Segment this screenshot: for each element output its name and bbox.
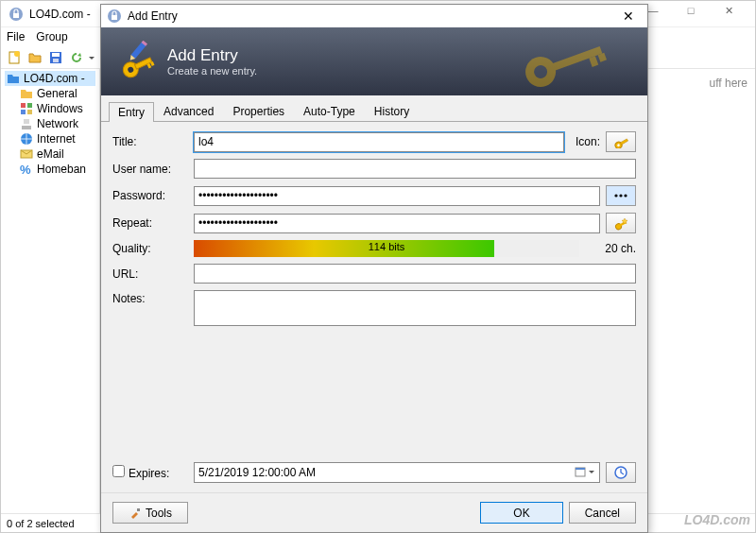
quality-bits: 114 bits bbox=[194, 241, 579, 252]
calendar-icon bbox=[575, 466, 586, 480]
title-label: Title: bbox=[112, 135, 188, 148]
lock-icon bbox=[9, 7, 24, 22]
dialog-header: Add Entry Create a new entry. bbox=[101, 27, 647, 95]
tree-item-network[interactable]: Network bbox=[5, 116, 95, 131]
notes-label: Notes: bbox=[112, 290, 188, 305]
notes-input[interactable] bbox=[194, 290, 636, 326]
url-label: URL: bbox=[112, 267, 188, 281]
svg-rect-7 bbox=[21, 103, 26, 108]
dialog-tabs: Entry Advanced Properties Auto-Type Hist… bbox=[101, 95, 647, 121]
dialog-header-subtitle: Create a new entry. bbox=[167, 65, 257, 77]
password-input[interactable] bbox=[194, 186, 600, 206]
svg-rect-10 bbox=[27, 110, 32, 114]
toggle-password-button[interactable] bbox=[606, 185, 636, 206]
save-icon[interactable] bbox=[46, 48, 65, 67]
icon-label: Icon: bbox=[576, 135, 600, 148]
open-folder-icon[interactable] bbox=[26, 48, 44, 67]
database-icon bbox=[7, 72, 20, 85]
svg-rect-1 bbox=[13, 13, 19, 18]
dialog-header-title: Add Entry bbox=[167, 46, 257, 65]
ok-button[interactable]: OK bbox=[480, 502, 562, 524]
entry-tab-body: Title: Icon: User name: Password: Repeat… bbox=[101, 121, 647, 492]
svg-rect-40 bbox=[576, 468, 585, 470]
dialog-footer: Tools OK Cancel bbox=[101, 492, 647, 532]
quality-chars: 20 ch. bbox=[589, 242, 636, 255]
expires-preset-button[interactable] bbox=[606, 462, 636, 483]
tab-entry[interactable]: Entry bbox=[109, 102, 154, 122]
windows-icon bbox=[20, 102, 33, 115]
tools-button[interactable]: Tools bbox=[112, 502, 188, 524]
mail-icon bbox=[20, 147, 33, 161]
tree-item-windows[interactable]: Windows bbox=[5, 101, 95, 116]
expires-checkbox[interactable] bbox=[112, 465, 125, 477]
refresh-icon[interactable] bbox=[67, 48, 86, 67]
svg-text:%: % bbox=[20, 163, 31, 176]
selection-count: 0 of 2 selected bbox=[7, 518, 75, 529]
dialog-title: Add Entry bbox=[128, 9, 178, 23]
folder-icon bbox=[20, 87, 33, 100]
close-button[interactable]: ✕ bbox=[710, 5, 747, 24]
percent-icon: % bbox=[20, 163, 33, 176]
group-tree: LO4D.com - General Windows Network Inter… bbox=[1, 69, 100, 513]
key-bg-icon bbox=[506, 32, 638, 92]
svg-point-34 bbox=[614, 194, 617, 197]
pencil-key-icon bbox=[114, 41, 156, 82]
username-label: User name: bbox=[112, 163, 188, 176]
tree-item-internet[interactable]: Internet bbox=[5, 131, 95, 146]
main-title: LO4D.com - bbox=[29, 8, 91, 21]
svg-rect-9 bbox=[21, 110, 26, 114]
expires-label: Expires: bbox=[112, 465, 188, 480]
tree-item-general[interactable]: General bbox=[5, 86, 95, 101]
lock-icon bbox=[107, 9, 122, 24]
svg-point-3 bbox=[14, 51, 20, 57]
new-file-icon[interactable] bbox=[5, 48, 24, 67]
dialog-close-button[interactable]: ✕ bbox=[615, 9, 642, 24]
add-entry-dialog: Add Entry ✕ Add Entry Create a new entry… bbox=[100, 4, 648, 533]
globe-icon bbox=[20, 132, 33, 146]
username-input[interactable] bbox=[194, 159, 636, 179]
svg-rect-6 bbox=[53, 59, 59, 62]
repeat-input[interactable] bbox=[194, 214, 600, 233]
tab-properties[interactable]: Properties bbox=[223, 101, 294, 121]
network-icon bbox=[20, 117, 33, 130]
dropdown-arrow-icon[interactable] bbox=[88, 48, 95, 67]
dialog-titlebar[interactable]: Add Entry ✕ bbox=[101, 5, 647, 27]
menu-file[interactable]: File bbox=[7, 30, 25, 43]
quality-label: Quality: bbox=[112, 242, 188, 255]
repeat-label: Repeat: bbox=[112, 216, 188, 230]
title-input[interactable] bbox=[194, 132, 564, 152]
svg-rect-8 bbox=[27, 103, 32, 108]
dropdown-arrow-icon bbox=[588, 466, 595, 479]
expires-datetime[interactable]: 5/21/2019 12:00:00 AM bbox=[194, 462, 600, 483]
tab-advanced[interactable]: Advanced bbox=[154, 101, 223, 121]
password-label: Password: bbox=[112, 189, 188, 202]
svg-point-35 bbox=[619, 194, 622, 197]
menu-group[interactable]: Group bbox=[36, 30, 67, 43]
svg-point-36 bbox=[624, 194, 627, 197]
svg-rect-42 bbox=[137, 508, 140, 511]
cancel-button[interactable]: Cancel bbox=[569, 502, 636, 524]
tree-root[interactable]: LO4D.com - bbox=[5, 71, 95, 86]
quality-bar: 114 bits bbox=[194, 240, 579, 257]
generate-password-button[interactable] bbox=[606, 213, 636, 233]
maximize-button[interactable]: □ bbox=[672, 5, 710, 24]
tab-autotype[interactable]: Auto-Type bbox=[294, 101, 365, 121]
svg-rect-33 bbox=[620, 139, 627, 145]
svg-rect-12 bbox=[24, 119, 29, 124]
tab-history[interactable]: History bbox=[365, 101, 419, 121]
url-input[interactable] bbox=[194, 264, 636, 284]
icon-picker-button[interactable] bbox=[606, 131, 636, 152]
tree-item-email[interactable]: eMail bbox=[5, 146, 95, 162]
tree-item-homebanking[interactable]: % Homeban bbox=[5, 162, 95, 177]
svg-rect-5 bbox=[52, 53, 60, 57]
svg-rect-11 bbox=[22, 126, 31, 129]
svg-rect-17 bbox=[112, 15, 117, 20]
